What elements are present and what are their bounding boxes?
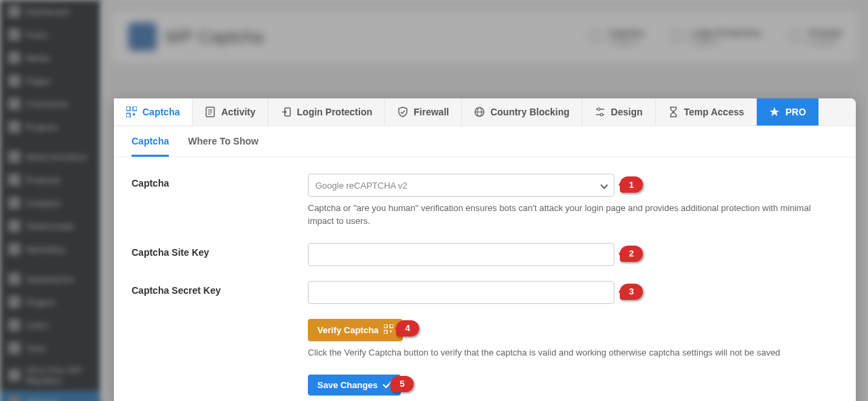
captcha-help-text: Captcha or "are you human" verification … xyxy=(308,202,837,228)
tab-country-blocking[interactable]: Country Blocking xyxy=(462,98,583,126)
svg-rect-0 xyxy=(126,107,130,111)
secret-key-label: Captcha Secret Key xyxy=(132,281,308,304)
tab-pro[interactable]: PRO xyxy=(757,98,818,126)
tab-temp-access[interactable]: Temp Access xyxy=(656,98,757,126)
svg-point-13 xyxy=(597,108,600,111)
tab-firewall[interactable]: Firewall xyxy=(385,98,462,126)
star-icon xyxy=(769,107,780,117)
verify-help-text: Click the Verify Captcha button to verif… xyxy=(308,347,837,360)
sub-tabbar: Captcha Where To Show xyxy=(114,126,856,157)
tab-login-protection[interactable]: Login Protection xyxy=(269,98,385,126)
tab-design[interactable]: Design xyxy=(583,98,656,126)
subtab-where-to-show[interactable]: Where To Show xyxy=(188,136,258,157)
verify-captcha-button[interactable]: Verify Captcha xyxy=(308,319,403,341)
annotation-badge-5: 5 xyxy=(391,376,414,392)
shield-icon xyxy=(397,107,408,117)
svg-rect-1 xyxy=(133,107,137,111)
svg-rect-16 xyxy=(384,324,387,328)
globe-icon xyxy=(474,107,485,117)
captcha-site-key-input[interactable] xyxy=(308,243,614,266)
annotation-badge-3: 3 xyxy=(620,284,643,300)
annotation-badge-4: 4 xyxy=(396,320,419,337)
svg-rect-2 xyxy=(126,113,130,117)
annotation-badge-2: 2 xyxy=(620,246,643,262)
doc-icon xyxy=(205,107,216,117)
svg-rect-18 xyxy=(384,330,387,334)
sliders-icon xyxy=(595,107,606,117)
svg-rect-3 xyxy=(133,113,135,115)
captcha-label: Captcha xyxy=(132,174,308,228)
hourglass-icon xyxy=(668,107,679,117)
site-key-label: Captcha Site Key xyxy=(132,243,308,266)
chevron-down-icon xyxy=(600,181,608,189)
settings-panel: Captcha Activity Login Protection Firewa… xyxy=(114,98,856,401)
captcha-secret-key-input[interactable] xyxy=(308,281,614,304)
svg-point-15 xyxy=(600,113,603,116)
login-icon xyxy=(281,107,292,117)
tab-activity[interactable]: Activity xyxy=(193,98,269,126)
annotation-badge-1: 1 xyxy=(620,176,643,193)
qr-icon xyxy=(126,107,137,117)
captcha-type-select[interactable]: Google reCAPTCHA v2 xyxy=(308,174,614,197)
tab-captcha[interactable]: Captcha xyxy=(114,98,193,126)
main-tabbar: Captcha Activity Login Protection Firewa… xyxy=(114,98,856,126)
subtab-captcha[interactable]: Captcha xyxy=(132,136,169,157)
